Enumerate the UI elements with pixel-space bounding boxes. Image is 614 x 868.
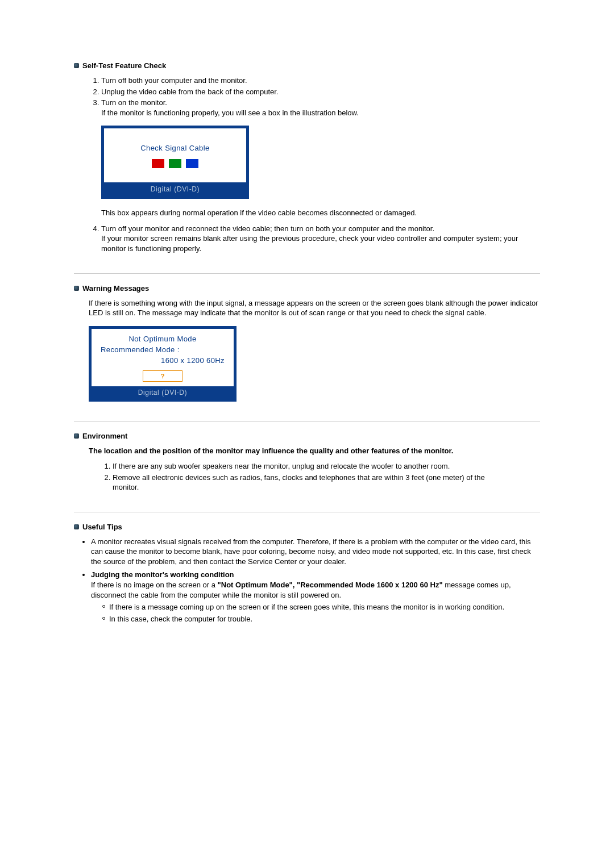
swatch-green (169, 159, 181, 168)
section-selftest: Self-Test Feature Check Turn off both yo… (74, 51, 540, 273)
not-optimum-line2: Recommended Mode : (98, 345, 180, 354)
environment-intro: The location and the position of the mon… (89, 446, 540, 456)
check-signal-box: Check Signal Cable Digital (DVI-D) (101, 126, 249, 199)
section-tips: Useful Tips A monitor recreates visual s… (74, 512, 540, 637)
tips-bullet-2-pre: If there is no image on the screen or a (91, 581, 218, 589)
tips-bullet-2: Judging the monitor's working condition … (91, 570, 540, 624)
selftest-step-4a: Turn off your monitor and reconnect the … (101, 224, 434, 233)
tips-bullet-2-title: Judging the monitor's working condition (91, 570, 234, 579)
bullet-icon (74, 63, 79, 68)
selftest-step-3a: Turn on the monitor. (101, 98, 167, 107)
selftest-box-caption: This box appears during normal operation… (101, 208, 540, 218)
not-optimum-line3: 1600 x 1200 60Hz (161, 356, 227, 365)
bullet-icon (74, 286, 79, 291)
tips-list: A monitor recreates visual signals recei… (74, 537, 540, 624)
tips-heading: Useful Tips (82, 523, 122, 531)
warning-heading: Warning Messages (82, 284, 149, 293)
tips-sublist: If there is a message coming up on the s… (91, 602, 540, 624)
not-optimum-box: Not Optimum Mode Recommended Mode : 1600… (89, 326, 237, 402)
environment-item-2: Remove all electronic devices such as ra… (113, 473, 506, 493)
selftest-step-4b: If your monitor screen remains blank aft… (101, 234, 518, 253)
section-environment: Environment The location and the positio… (74, 421, 540, 512)
selftest-steps: Turn off both your computer and the moni… (89, 76, 540, 254)
section-warning: Warning Messages If there is something w… (74, 273, 540, 421)
selftest-heading: Self-Test Feature Check (82, 61, 166, 70)
selftest-step-3b: If the monitor is functioning properly, … (101, 108, 359, 117)
environment-items: If there are any sub woofer speakers nea… (89, 461, 540, 493)
selftest-step-3: Turn on the monitor. If the monitor is f… (101, 98, 540, 218)
not-optimum-line1: Not Optimum Mode (128, 335, 196, 343)
bullet-icon (74, 524, 79, 529)
environment-item-1: If there are any sub woofer speakers nea… (113, 461, 506, 471)
question-box: ? (143, 370, 182, 382)
swatch-blue (186, 159, 198, 168)
selftest-step-4: Turn off your monitor and reconnect the … (101, 224, 540, 254)
check-signal-text: Check Signal Cable (140, 143, 209, 153)
box-footer-1: Digital (DVI-D) (104, 182, 246, 196)
tips-sub-1: If there is a message coming up on the s… (109, 602, 540, 612)
selftest-step-2: Unplug the video cable from the back of … (101, 87, 540, 97)
warning-paragraph: If there is something wrong with the inp… (89, 298, 540, 318)
tips-bullet-1: A monitor recreates visual signals recei… (91, 537, 540, 567)
tips-sub-2: In this case, check the computer for tro… (109, 614, 540, 624)
bullet-icon (74, 433, 79, 439)
swatch-red (152, 159, 164, 168)
tips-bullet-2-bold: "Not Optimum Mode", "Recommended Mode 16… (218, 581, 443, 589)
box-footer-2: Digital (DVI-D) (92, 386, 234, 399)
selftest-step-1: Turn off both your computer and the moni… (101, 76, 540, 86)
environment-heading: Environment (82, 432, 127, 440)
